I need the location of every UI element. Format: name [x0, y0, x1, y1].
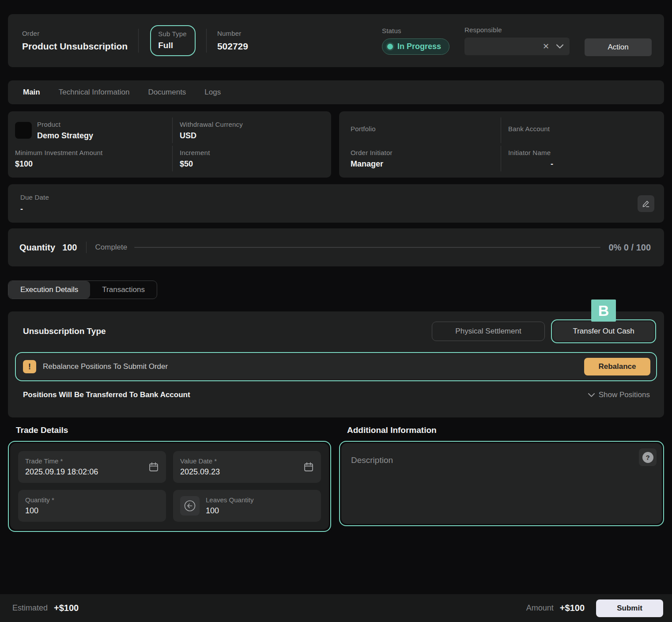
complete-label: Complete [95, 243, 128, 252]
quantity-progress-card: Quantity 100 Complete 0% 0 / 100 [8, 228, 664, 266]
order-initiator-label: Order Initiator [351, 149, 501, 156]
increment-cell: Increment $50 [172, 146, 325, 171]
order-initiator-cell: Order Initiator Manager [351, 146, 501, 171]
order-page: Order Product Unsubscription Sub Type Fu… [0, 0, 672, 622]
due-date-card: Due Date - [8, 184, 664, 223]
pencil-icon [642, 199, 650, 208]
status-dot-icon [387, 44, 393, 49]
submit-button[interactable]: Submit [596, 599, 663, 617]
due-date-label: Due Date [20, 193, 49, 201]
transfer-out-cash-button[interactable]: Transfer Out Cash [553, 322, 654, 341]
trade-time-field[interactable]: Trade Time * 2025.09.19 18:02:06 [18, 451, 166, 483]
product-value: Demo Strategy [37, 131, 93, 140]
calendar-icon[interactable] [148, 462, 159, 472]
clear-icon[interactable]: ✕ [543, 42, 549, 50]
subtype-value: Full [158, 41, 187, 50]
tab-logs[interactable]: Logs [204, 88, 221, 97]
tab-execution-details[interactable]: Execution Details [8, 281, 90, 299]
responsible-select[interactable]: ✕ [464, 38, 570, 55]
rebalance-warning-banner: ! Rebalance Positions To Submit Order Re… [17, 354, 655, 379]
description-box: ? [341, 443, 662, 524]
progress-bar [134, 247, 600, 248]
action-button[interactable]: Action [585, 38, 652, 56]
product-label: Product [37, 121, 93, 128]
subtype-label: Sub Type [158, 30, 187, 38]
chevron-down-icon[interactable] [556, 44, 563, 49]
value-date-field[interactable]: Value Date * 2025.09.23 [173, 451, 321, 483]
subtype-box: Sub Type Full [150, 25, 196, 56]
rebalance-button[interactable]: Rebalance [584, 358, 650, 375]
detail-subtabs: Execution Details Transactions [8, 281, 157, 299]
main-tabs: Main Technical Information Documents Log… [8, 80, 664, 104]
annotation-b-badge: B [591, 300, 616, 322]
quantity-field-label: Quantity * [25, 496, 159, 504]
quantity-field[interactable]: Quantity * 100 [18, 490, 166, 522]
minimum-investment-label: Minimum Investment Amount [15, 149, 172, 156]
trade-details-annotation: Trade Time * 2025.09.19 18:02:06 Value D… [8, 441, 331, 532]
question-mark-icon: ? [642, 452, 653, 463]
trade-details-group: Trade Time * 2025.09.19 18:02:06 Value D… [10, 443, 329, 530]
leaves-quantity-field: Leaves Quantity 100 [173, 490, 321, 522]
tab-transactions[interactable]: Transactions [90, 281, 157, 299]
responsible-label: Responsible [464, 26, 570, 34]
leaves-quantity-label: Leaves Quantity [206, 496, 314, 504]
info-cards-row: Product Demo Strategy Withdrawal Currenc… [8, 111, 664, 178]
additional-information-annotation: ? [339, 441, 664, 526]
quantity-field-value: 100 [25, 506, 159, 516]
trade-details-title: Trade Details [8, 425, 331, 435]
unsubscription-type-title: Unsubscription Type [23, 326, 106, 336]
portfolio-label: Portfolio [351, 125, 501, 133]
number-label: Number [217, 30, 248, 37]
progress-text: 0% 0 / 100 [608, 243, 651, 253]
amount-value: +$100 [560, 603, 585, 613]
physical-settlement-button[interactable]: Physical Settlement [432, 322, 545, 341]
help-button[interactable]: ? [639, 448, 657, 466]
edit-due-date-button[interactable] [638, 195, 654, 212]
tab-main[interactable]: Main [23, 88, 40, 97]
order-header: Order Product Unsubscription Sub Type Fu… [8, 14, 664, 67]
due-date-value: - [20, 205, 49, 214]
execution-details-card: Unsubscription Type Physical Settlement … [8, 311, 664, 417]
tab-documents[interactable]: Documents [148, 88, 186, 97]
trade-time-value: 2025.09.19 18:02:06 [25, 467, 142, 477]
additional-information-title: Additional Information [339, 425, 664, 435]
status-text: In Progress [397, 42, 441, 51]
positions-transfer-text: Positions Will Be Transferred To Bank Ac… [23, 391, 190, 399]
chevron-down-icon [588, 393, 595, 397]
arrow-left-circle-button[interactable] [180, 496, 200, 516]
status-label: Status [382, 27, 449, 34]
divider [206, 29, 207, 53]
estimated-value: +$100 [54, 603, 79, 613]
withdrawal-currency-cell: Withdrawal Currency USD [172, 118, 325, 143]
transfer-out-cash-annotation: B Transfer Out Cash [551, 319, 656, 343]
status-group: Status In Progress [382, 27, 449, 55]
show-positions-toggle[interactable]: Show Positions [588, 391, 650, 399]
divider [138, 29, 139, 53]
rebalance-warning-annotation: ! Rebalance Positions To Submit Order Re… [15, 352, 657, 381]
responsible-group: Responsible ✕ [464, 26, 570, 55]
status-badge: In Progress [382, 38, 449, 55]
arrow-left-circle-icon [184, 500, 196, 512]
order-initiator-value: Manager [351, 159, 501, 169]
value-date-value: 2025.09.23 [180, 467, 297, 477]
product-image-placeholder [15, 122, 32, 139]
bank-account-cell: Bank Account [501, 118, 658, 143]
estimated-label: Estimated [12, 603, 48, 613]
number-value: 502729 [217, 41, 248, 52]
minimum-investment-value: $100 [15, 159, 172, 169]
warning-icon: ! [23, 360, 36, 373]
description-input[interactable] [341, 443, 662, 524]
calendar-icon[interactable] [303, 462, 314, 472]
warning-text: Rebalance Positions To Submit Order [43, 362, 168, 371]
tab-technical-information[interactable]: Technical Information [59, 88, 130, 97]
increment-label: Increment [180, 149, 325, 156]
withdrawal-currency-value: USD [180, 131, 325, 140]
increment-value: $50 [180, 159, 325, 169]
initiator-name-label: Initiator Name [508, 149, 658, 156]
order-label: Order [22, 30, 128, 37]
order-title-group: Order Product Unsubscription [22, 30, 128, 52]
portfolio-cell: Portfolio [351, 118, 501, 143]
minimum-investment-cell: Minimum Investment Amount $100 [15, 146, 172, 171]
quantity-label: Quantity [19, 243, 55, 253]
order-footer: Estimated +$100 Amount +$100 Submit [0, 594, 672, 622]
